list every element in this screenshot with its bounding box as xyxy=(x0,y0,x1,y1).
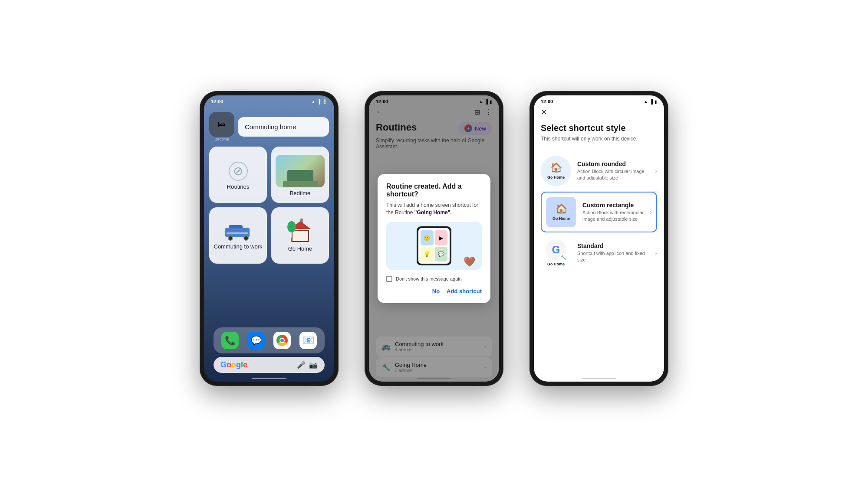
commuting-to-work-label: Commuting to work xyxy=(214,243,263,250)
standard-icon: G 🔧 xyxy=(546,239,566,260)
commuting-home-text[interactable]: Commuting home xyxy=(238,117,329,137)
status-icons-1: ▲ ▐ 🔋 xyxy=(311,99,327,104)
add-shortcut-button[interactable]: Add shortcut xyxy=(447,288,482,294)
gmail-app-icon[interactable]: 📧 xyxy=(299,332,317,349)
no-button[interactable]: No xyxy=(432,288,440,294)
phone-app-icon[interactable]: 📞 xyxy=(221,332,239,349)
bedtime-widget[interactable]: Bedtime xyxy=(271,147,329,203)
dock-icons: 📞 💬 📧 xyxy=(214,327,325,353)
dont-show-checkbox[interactable] xyxy=(386,276,392,282)
battery-icon-3: ▮ xyxy=(654,99,657,104)
shortcut-option-rounded[interactable]: 🏠 Go Home Custom rounded Action Block wi… xyxy=(541,150,657,192)
add-shortcut-modal: Routine created. Add a shortcut? This wi… xyxy=(378,174,490,304)
status-bar-1: 12:00 ▲ ▐ 🔋 xyxy=(204,95,334,106)
home-indicator-1 xyxy=(252,378,286,379)
modal-overlay: Routine created. Add a shortcut? This wi… xyxy=(369,95,499,382)
mini-tile-1: 🙂 xyxy=(421,230,434,245)
signal-icon: ▐ xyxy=(317,99,320,104)
rounded-option-desc: Action Block with circular image and adj… xyxy=(577,168,649,182)
car-icon xyxy=(225,223,251,241)
shortcut-option-standard[interactable]: G 🔧 Go Home Standard Shortcut with app i… xyxy=(541,234,657,271)
rectangle-thumb: 🏠 Go Home xyxy=(546,197,576,227)
go-home-label: Go Home xyxy=(288,245,312,252)
google-g-logo: G xyxy=(552,244,560,256)
home-screen: 🛏 Bedtime Commuting home Routines Bedtim… xyxy=(204,95,334,382)
search-action-icons: 🎤 📷 xyxy=(297,361,318,369)
battery-icon: 🔋 xyxy=(322,99,327,104)
bedtime-photo xyxy=(276,155,325,187)
standard-option-desc: Shortcut with app icon and fixed size xyxy=(577,250,649,264)
wifi-icon: ▲ xyxy=(311,99,316,104)
phone-2: 12:00 ▲ ▐ ▮ ← ⊞ ⋮ Routines + New xyxy=(365,91,503,386)
time-3: 12:00 xyxy=(541,99,553,104)
rectangle-thumb-icon: 🏠 xyxy=(556,203,567,215)
standard-option-name: Standard xyxy=(577,242,649,249)
routines-grid: Routines Bedtime Commuting to work xyxy=(209,147,329,264)
chevron-standard: › xyxy=(655,249,657,256)
mini-tile-4: 💬 xyxy=(435,247,448,262)
checkbox-label: Don't show this message again xyxy=(396,276,462,281)
routines-widget[interactable]: Routines xyxy=(209,147,267,203)
bedtime-icon-label: Bedtime xyxy=(209,137,234,141)
hand-cursor-icon: 🤎 xyxy=(464,256,475,268)
rectangle-thumb-label: Go Home xyxy=(552,216,570,221)
mini-tile-2: ▶ xyxy=(435,230,448,245)
rounded-thumb-label: Go Home xyxy=(547,175,565,180)
wifi-icon-3: ▲ xyxy=(644,99,648,104)
shortcut-info-rectangle: Custom rectangle Action Block with recta… xyxy=(582,202,644,223)
home-indicator-3 xyxy=(582,378,616,379)
routines-icon xyxy=(229,162,248,181)
rectangle-option-name: Custom rectangle xyxy=(582,202,644,209)
shortcut-info-standard: Standard Shortcut with app icon and fixe… xyxy=(577,242,649,264)
commuting-home-widget[interactable]: 🛏 Bedtime Commuting home xyxy=(209,112,329,141)
shortcut-option-rectangle[interactable]: 🏠 Go Home Custom rectangle Action Block … xyxy=(541,192,657,232)
microphone-icon[interactable]: 🎤 xyxy=(297,361,306,369)
bedtime-label: Bedtime xyxy=(290,190,311,196)
shortcut-info-rounded: Custom rounded Action Block with circula… xyxy=(577,160,649,182)
wrench-badge: 🔧 xyxy=(559,253,567,261)
shortcut-style-screen: ✕ Select shortcut style This shortcut wi… xyxy=(534,95,664,382)
go-home-icon xyxy=(287,221,313,243)
rounded-thumb-icon: 🏠 xyxy=(550,162,562,173)
chrome-inner xyxy=(279,338,285,343)
modal-routine-name: "Going Home". xyxy=(414,209,452,216)
shortcut-screen-title: Select shortcut style xyxy=(541,123,657,133)
modal-illustration: 🙂 ▶ 💡 💬 🤎 xyxy=(386,222,482,270)
status-icons-3: ▲ ▐ ▮ xyxy=(644,99,657,104)
rounded-option-name: Custom rounded xyxy=(577,160,649,167)
phone-mini-inner: 🙂 ▶ 💡 💬 xyxy=(418,228,450,264)
close-button[interactable]: ✕ xyxy=(541,108,657,117)
shortcut-screen-subtitle: This shortcut will only work on this dev… xyxy=(541,136,657,142)
chevron-rounded: › xyxy=(655,167,657,174)
chevron-rectangle: › xyxy=(650,209,652,216)
time-1: 12:00 xyxy=(211,99,223,104)
signal-icon-3: ▐ xyxy=(650,99,653,104)
phone-mini-illustration: 🙂 ▶ 💡 💬 xyxy=(417,226,451,265)
chrome-app-icon[interactable] xyxy=(273,332,291,349)
commuting-to-work-widget[interactable]: Commuting to work xyxy=(209,207,267,264)
lens-icon[interactable]: 📷 xyxy=(309,361,318,369)
google-logo: Google xyxy=(220,360,247,369)
standard-thumb-wrap: G 🔧 Go Home xyxy=(541,239,571,266)
bedtime-widget-icon[interactable]: 🛏 Bedtime xyxy=(209,112,234,141)
google-search-bar[interactable]: Google 🎤 📷 xyxy=(214,357,325,373)
phone-1: 12:00 ▲ ▐ 🔋 🛏 Bedtime Commuting home xyxy=(200,91,339,386)
phone-3: 12:00 ▲ ▐ ▮ ✕ Select shortcut style This… xyxy=(529,91,668,386)
mini-tile-3: 💡 xyxy=(421,247,434,262)
modal-body: This will add a home screen shortcut for… xyxy=(386,202,482,216)
go-home-widget[interactable]: Go Home xyxy=(271,207,329,264)
chrome-ring xyxy=(276,335,288,346)
checkbox-row[interactable]: Don't show this message again xyxy=(386,276,482,282)
status-bar-3: 12:00 ▲ ▐ ▮ xyxy=(534,95,664,106)
rectangle-option-desc: Action Block with rectangular image and … xyxy=(582,209,644,223)
modal-actions: No Add shortcut xyxy=(386,288,482,294)
routines-label: Routines xyxy=(227,183,249,190)
messages-app-icon[interactable]: 💬 xyxy=(247,332,265,349)
routines-screen: ← ⊞ ⋮ Routines + New Simplify recurring … xyxy=(369,95,499,382)
bed-icon: 🛏 xyxy=(218,120,226,129)
modal-title: Routine created. Add a shortcut? xyxy=(386,183,482,198)
rounded-thumb: 🏠 Go Home xyxy=(541,156,571,186)
dock: 📞 💬 📧 Google 🎤 📷 xyxy=(209,327,329,377)
standard-label: Go Home xyxy=(547,262,565,266)
